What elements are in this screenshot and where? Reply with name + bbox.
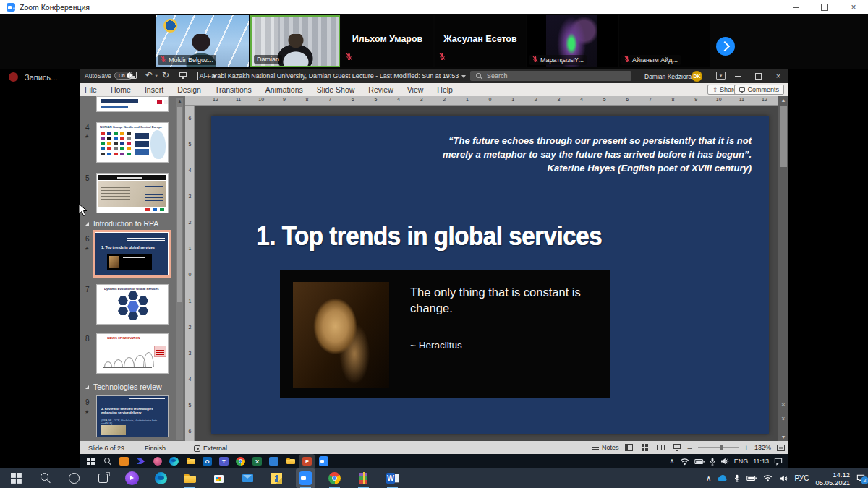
save-icon[interactable] xyxy=(129,71,137,80)
excel-icon[interactable] xyxy=(252,456,263,467)
sorter-icon[interactable] xyxy=(640,443,650,453)
alisa-icon[interactable] xyxy=(124,471,140,486)
heraclitus-quote-image[interactable]: The only thing that is constant is chang… xyxy=(280,270,610,398)
slide-7-thumbnail[interactable]: Dynamic Evolution of Global Services xyxy=(96,284,169,325)
tab-review[interactable]: Review xyxy=(368,85,393,94)
participant-tile-zhasulan[interactable]: Жасулан Есетов xyxy=(435,15,526,67)
participant-tile-damian[interactable]: Damian xyxy=(250,15,340,67)
start-icon[interactable] xyxy=(85,456,96,467)
normal-icon[interactable] xyxy=(624,443,634,453)
scroll-up-icon[interactable]: ▲ xyxy=(176,99,183,103)
slide-heading[interactable]: 1. Top trends in global services xyxy=(256,221,602,252)
app-blue-icon[interactable] xyxy=(268,456,279,467)
next-participants-button[interactable] xyxy=(716,37,735,56)
battery-icon[interactable] xyxy=(694,458,705,465)
ribbon-display-options-icon[interactable]: ▾ xyxy=(716,72,726,80)
winrar-icon[interactable] xyxy=(356,471,371,486)
chrome-icon[interactable] xyxy=(327,471,342,486)
horizontal-ruler[interactable]: 1211109876543210123456789101112 xyxy=(185,96,778,106)
next-slide-icon[interactable]: » xyxy=(780,414,787,424)
close-icon[interactable]: × xyxy=(768,69,788,83)
reading-icon[interactable] xyxy=(656,443,665,453)
app-orange-icon[interactable] xyxy=(119,456,129,467)
minimize-icon[interactable] xyxy=(781,0,810,14)
explorer-icon[interactable] xyxy=(185,456,196,467)
store-icon[interactable] xyxy=(211,471,226,486)
powerpoint-icon[interactable] xyxy=(302,456,312,467)
language-switcher[interactable]: РУС xyxy=(794,474,809,482)
slide-counter[interactable]: Slide 6 of 29 xyxy=(88,445,124,452)
slideshow-icon[interactable] xyxy=(672,443,681,453)
minimize-icon[interactable] xyxy=(728,69,748,83)
close-icon[interactable]: × xyxy=(839,0,868,14)
onedrive-icon[interactable] xyxy=(718,475,728,481)
avatar[interactable]: DK xyxy=(692,71,702,82)
search-icon[interactable] xyxy=(38,471,53,486)
outlook-icon[interactable] xyxy=(202,456,213,467)
mail-icon[interactable] xyxy=(240,471,255,486)
participant-tile-ilhom[interactable]: Ильхом Умаров xyxy=(341,15,433,67)
speaker-icon[interactable] xyxy=(720,458,729,465)
people-icon[interactable] xyxy=(269,471,284,486)
wifi-icon[interactable] xyxy=(763,474,773,482)
tab-transitions[interactable]: Transitions xyxy=(215,85,252,94)
redo-icon[interactable] xyxy=(162,71,171,80)
slide-4-thumbnail[interactable]: NORIAN Group: Nordic and Central Europe xyxy=(96,122,169,163)
thumbnail-scrollbar[interactable]: ▲ xyxy=(176,98,183,440)
document-title[interactable]: Al-Farabi Kazakh National University, Da… xyxy=(188,72,477,80)
zoom-percentage[interactable]: 132% xyxy=(754,444,771,451)
previous-slide-icon[interactable]: « xyxy=(780,399,787,409)
app-pink-icon[interactable] xyxy=(152,456,163,467)
comments-button[interactable]: Comments xyxy=(734,85,784,95)
taskview-icon[interactable] xyxy=(95,471,111,486)
notes-button[interactable]: Notes xyxy=(592,444,619,451)
recording-indicator[interactable]: Запись... xyxy=(9,72,57,82)
cortana-icon[interactable] xyxy=(67,471,82,486)
maximize-icon[interactable] xyxy=(810,0,839,14)
start-icon[interactable] xyxy=(9,471,24,486)
fit-slide-to-window-icon[interactable] xyxy=(777,445,785,451)
slide-scrollbar[interactable]: ▲ « » ▼ xyxy=(778,96,788,441)
tab-slide-show[interactable]: Slide Show xyxy=(317,85,355,94)
vertical-ruler[interactable]: 6543210123456 xyxy=(185,106,195,441)
slide-6-thumbnail-selected[interactable]: 1. Top trends in global services xyxy=(95,232,169,275)
search-icon[interactable] xyxy=(102,456,113,467)
section-technologies-review[interactable]: Technologies review xyxy=(85,382,162,391)
microphone-icon[interactable] xyxy=(710,458,715,466)
tab-design[interactable]: Design xyxy=(177,85,201,94)
scrollbar-thumb[interactable] xyxy=(780,106,787,167)
language-indicator[interactable]: Finnish xyxy=(145,445,166,452)
battery-icon[interactable] xyxy=(746,475,757,481)
section-introduction-to-rpa[interactable]: Introduction to RPA xyxy=(85,219,158,228)
power-automate-icon[interactable] xyxy=(135,456,146,467)
tab-view[interactable]: View xyxy=(407,85,424,94)
zoom-icon[interactable] xyxy=(318,456,329,467)
clock[interactable]: 11:13 xyxy=(753,458,769,465)
word-icon[interactable] xyxy=(385,471,400,486)
clock[interactable]: 14:12 05.05.2021 xyxy=(815,471,850,487)
zoom-slider[interactable] xyxy=(698,447,739,448)
tab-home[interactable]: Home xyxy=(111,85,131,94)
explorer-icon[interactable] xyxy=(285,456,296,467)
speaker-icon[interactable] xyxy=(779,475,788,482)
slide-5-thumbnail[interactable] xyxy=(96,173,169,213)
zoom-icon[interactable] xyxy=(298,471,313,486)
participant-tile-maratkyzy[interactable]: МаратқызыҮ... xyxy=(527,15,618,67)
external-indicator[interactable]: External xyxy=(194,445,227,452)
tab-insert[interactable]: Insert xyxy=(145,85,163,94)
user-name[interactable]: Damian Kedziora xyxy=(644,73,692,80)
scrollbar-thumb[interactable] xyxy=(177,107,182,302)
zoom-out-button[interactable]: – xyxy=(687,443,692,452)
explorer-icon[interactable] xyxy=(182,471,197,486)
section-collapse-icon[interactable] xyxy=(85,385,89,389)
maximize-icon[interactable] xyxy=(748,69,768,83)
notification-center-icon[interactable]: 2 xyxy=(856,474,865,482)
slide-canvas[interactable]: “The future echoes through our present s… xyxy=(211,116,769,434)
language-switcher[interactable]: ENG xyxy=(734,458,749,465)
zoom-in-button[interactable]: + xyxy=(744,443,749,452)
slide-3-thumbnail[interactable] xyxy=(96,96,169,112)
chevron-up-icon[interactable]: ∧ xyxy=(706,475,711,482)
slide-9-thumbnail[interactable]: 2. Review of selected technologies enhan… xyxy=(96,395,169,437)
participant-tile-aiganym[interactable]: Айганым Айд... xyxy=(619,15,710,67)
edge-icon[interactable] xyxy=(153,471,169,486)
